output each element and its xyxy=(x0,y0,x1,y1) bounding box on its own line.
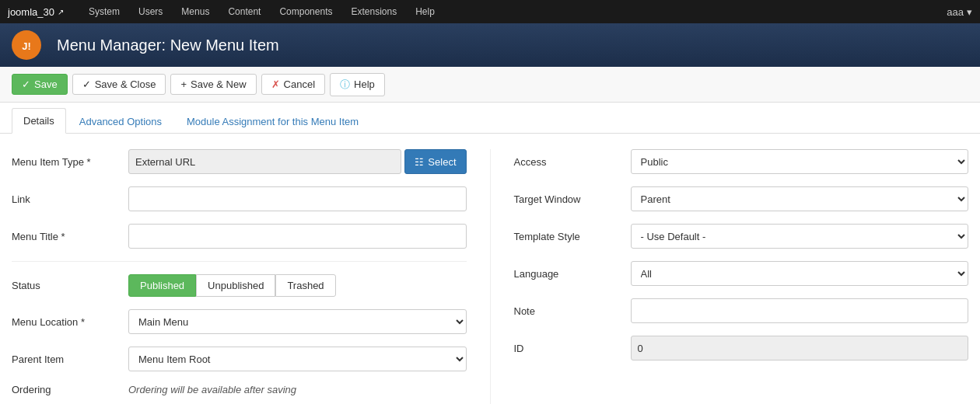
menu-title-label: Menu Title * xyxy=(12,231,128,242)
external-link-icon: ↗ xyxy=(58,8,64,16)
link-input[interactable] xyxy=(128,186,467,211)
note-group: Note xyxy=(514,298,969,323)
tab-module[interactable]: Module Assignment for this Menu Item xyxy=(175,109,370,134)
nav-menus[interactable]: Menus xyxy=(172,0,219,23)
menu-item-type-input[interactable] xyxy=(128,149,401,174)
menu-title-input[interactable] xyxy=(128,224,467,249)
nav-help[interactable]: Help xyxy=(406,0,444,23)
note-input[interactable] xyxy=(631,298,969,323)
save-new-button[interactable]: + Save & New xyxy=(170,74,256,95)
id-group: ID xyxy=(514,336,969,360)
status-button-group: Published Unpublished Trashed xyxy=(128,274,336,297)
select-label: Select xyxy=(428,156,456,168)
user-menu[interactable]: aaa ▾ xyxy=(947,6,972,18)
list-icon: ☷ xyxy=(415,156,424,168)
nav-content[interactable]: Content xyxy=(219,0,270,23)
template-style-group: Template Style - Use Default - xyxy=(514,224,969,249)
content-area: Menu Item Type * ☷ Select Link Menu Titl… xyxy=(0,134,980,404)
note-label: Note xyxy=(514,305,631,317)
help-button[interactable]: ⓘ Help xyxy=(330,73,385,96)
status-published-button[interactable]: Published xyxy=(128,274,196,297)
site-link[interactable]: joomla_30 ↗ xyxy=(8,6,64,18)
ordering-label: Ordering xyxy=(12,384,128,395)
access-group: Access Public xyxy=(514,149,969,174)
template-style-label: Template Style xyxy=(514,231,631,242)
select-button[interactable]: ☷ Select xyxy=(404,149,466,174)
menu-location-label: Menu Location * xyxy=(12,316,128,328)
menu-item-type-input-group: ☷ Select xyxy=(128,149,467,174)
menu-location-group: Menu Location * Main Menu xyxy=(12,309,467,334)
joomla-logo-icon: J! xyxy=(12,30,41,60)
access-select[interactable]: Public xyxy=(631,149,969,174)
link-label: Link xyxy=(12,193,128,205)
save-close-icon: ✓ xyxy=(82,78,91,90)
status-trashed-button[interactable]: Trashed xyxy=(275,274,335,297)
target-window-select[interactable]: Parent xyxy=(631,186,969,211)
parent-item-label: Parent Item xyxy=(12,354,128,365)
link-group: Link xyxy=(12,186,467,211)
page-title: Menu Manager: New Menu Item xyxy=(57,37,279,54)
dropdown-icon: ▾ xyxy=(967,6,972,18)
target-window-label: Target Window xyxy=(514,193,631,205)
topbar-nav: System Users Menus Content Components Ex… xyxy=(79,0,444,23)
language-group: Language All xyxy=(514,261,969,286)
save-close-button[interactable]: ✓ Save & Close xyxy=(72,74,166,95)
id-label: ID xyxy=(514,343,631,354)
tab-details[interactable]: Details xyxy=(12,108,66,134)
status-group: Status Published Unpublished Trashed xyxy=(12,274,467,297)
access-label: Access xyxy=(514,156,631,168)
save-label: Save xyxy=(34,78,58,90)
template-style-select[interactable]: - Use Default - xyxy=(631,224,969,249)
header: J! Menu Manager: New Menu Item xyxy=(0,23,980,67)
save-button[interactable]: ✓ Save xyxy=(12,74,68,95)
nav-system[interactable]: System xyxy=(79,0,129,23)
tab-advanced[interactable]: Advanced Options xyxy=(68,109,173,134)
save-new-icon: + xyxy=(180,78,187,90)
joomla-logo: J! xyxy=(12,30,41,60)
menu-title-group: Menu Title * xyxy=(12,224,467,249)
nav-extensions[interactable]: Extensions xyxy=(341,0,406,23)
form-left: Menu Item Type * ☷ Select Link Menu Titl… xyxy=(12,149,491,404)
username: aaa xyxy=(947,6,964,18)
language-select[interactable]: All xyxy=(631,261,969,286)
id-input xyxy=(631,336,969,360)
ordering-group: Ordering Ordering will be available afte… xyxy=(12,384,467,395)
help-label: Help xyxy=(354,78,375,90)
status-unpublished-button[interactable]: Unpublished xyxy=(196,274,275,297)
site-name: joomla_30 xyxy=(8,6,54,18)
cancel-button[interactable]: ✗ Cancel xyxy=(261,74,325,95)
svg-text:J!: J! xyxy=(22,40,31,52)
divider xyxy=(12,261,467,262)
topbar-left: joomla_30 ↗ System Users Menus Content C… xyxy=(8,0,444,23)
target-window-group: Target Window Parent xyxy=(514,186,969,211)
cancel-label: Cancel xyxy=(284,78,315,90)
menu-item-type-group: Menu Item Type * ☷ Select xyxy=(12,149,467,174)
cancel-icon: ✗ xyxy=(271,78,280,90)
menu-item-type-label: Menu Item Type * xyxy=(12,156,128,168)
save-close-label: Save & Close xyxy=(95,78,156,90)
help-icon: ⓘ xyxy=(340,78,350,92)
language-label: Language xyxy=(514,268,631,280)
parent-item-group: Parent Item Menu Item Root xyxy=(12,347,467,371)
topbar: joomla_30 ↗ System Users Menus Content C… xyxy=(0,0,980,23)
menu-location-select[interactable]: Main Menu xyxy=(128,309,467,334)
toolbar: ✓ Save ✓ Save & Close + Save & New ✗ Can… xyxy=(0,67,980,103)
tabs-bar: Details Advanced Options Module Assignme… xyxy=(0,103,980,134)
status-label: Status xyxy=(12,280,128,291)
form-right: Access Public Target Window Parent Templ… xyxy=(491,149,969,404)
nav-components[interactable]: Components xyxy=(270,0,341,23)
save-icon: ✓ xyxy=(22,78,30,90)
parent-item-select[interactable]: Menu Item Root xyxy=(128,347,467,371)
ordering-text: Ordering will be available after saving xyxy=(128,384,296,395)
save-new-label: Save & New xyxy=(191,78,247,90)
nav-users[interactable]: Users xyxy=(129,0,172,23)
